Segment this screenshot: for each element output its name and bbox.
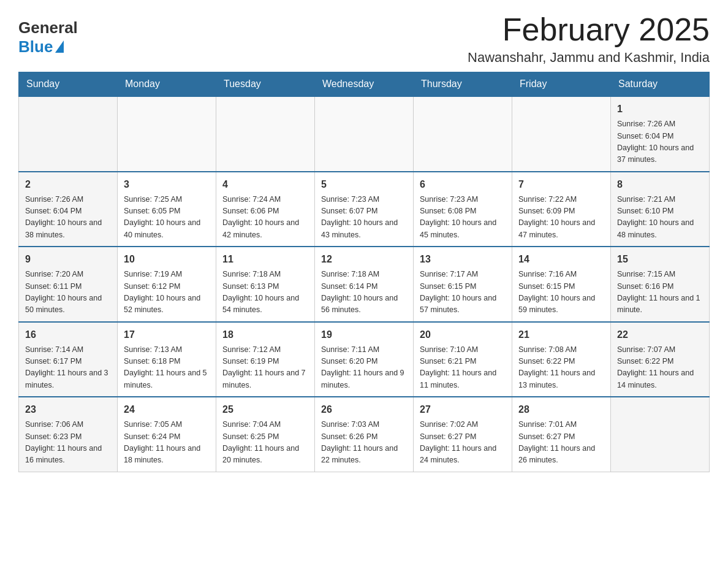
day-number: 7 [518, 177, 604, 192]
calendar-header-row: SundayMondayTuesdayWednesdayThursdayFrid… [19, 72, 710, 97]
calendar-cell: 3Sunrise: 7:25 AM Sunset: 6:05 PM Daylig… [118, 172, 216, 247]
calendar-cell: 25Sunrise: 7:04 AM Sunset: 6:25 PM Dayli… [216, 397, 315, 472]
day-info: Sunrise: 7:16 AM Sunset: 6:15 PM Dayligh… [518, 269, 604, 316]
calendar-week-5: 23Sunrise: 7:06 AM Sunset: 6:23 PM Dayli… [19, 397, 710, 472]
calendar-cell [315, 96, 414, 172]
calendar-header-thursday: Thursday [414, 72, 512, 97]
day-number: 19 [321, 327, 407, 342]
calendar-cell: 11Sunrise: 7:18 AM Sunset: 6:13 PM Dayli… [216, 247, 315, 322]
calendar-cell: 13Sunrise: 7:17 AM Sunset: 6:15 PM Dayli… [414, 247, 512, 322]
calendar-cell: 20Sunrise: 7:10 AM Sunset: 6:21 PM Dayli… [414, 322, 512, 397]
day-number: 2 [25, 177, 111, 192]
day-info: Sunrise: 7:21 AM Sunset: 6:10 PM Dayligh… [617, 194, 703, 242]
day-number: 9 [25, 252, 111, 267]
day-number: 20 [420, 327, 506, 342]
day-info: Sunrise: 7:17 AM Sunset: 6:15 PM Dayligh… [420, 269, 506, 316]
calendar-cell: 1Sunrise: 7:26 AM Sunset: 6:04 PM Daylig… [611, 96, 710, 172]
day-number: 16 [25, 327, 111, 342]
calendar-header-sunday: Sunday [19, 72, 118, 97]
logo-triangle-icon [55, 40, 64, 53]
day-info: Sunrise: 7:14 AM Sunset: 6:17 PM Dayligh… [25, 344, 111, 392]
day-info: Sunrise: 7:02 AM Sunset: 6:27 PM Dayligh… [420, 419, 506, 467]
calendar-cell: 28Sunrise: 7:01 AM Sunset: 6:27 PM Dayli… [512, 397, 611, 472]
day-info: Sunrise: 7:15 AM Sunset: 6:16 PM Dayligh… [617, 269, 703, 316]
day-info: Sunrise: 7:18 AM Sunset: 6:13 PM Dayligh… [222, 269, 308, 316]
day-number: 1 [617, 102, 703, 117]
day-info: Sunrise: 7:24 AM Sunset: 6:06 PM Dayligh… [222, 194, 308, 242]
day-number: 17 [124, 327, 210, 342]
calendar-cell: 22Sunrise: 7:07 AM Sunset: 6:22 PM Dayli… [611, 322, 710, 397]
day-info: Sunrise: 7:03 AM Sunset: 6:26 PM Dayligh… [321, 419, 407, 467]
day-info: Sunrise: 7:12 AM Sunset: 6:19 PM Dayligh… [222, 344, 308, 392]
calendar-week-3: 9Sunrise: 7:20 AM Sunset: 6:11 PM Daylig… [19, 247, 710, 322]
logo: General Blue [18, 12, 78, 56]
day-number: 21 [518, 327, 604, 342]
calendar-header-wednesday: Wednesday [315, 72, 414, 97]
day-info: Sunrise: 7:05 AM Sunset: 6:24 PM Dayligh… [124, 419, 210, 467]
calendar-cell: 27Sunrise: 7:02 AM Sunset: 6:27 PM Dayli… [414, 397, 512, 472]
day-number: 8 [617, 177, 703, 192]
calendar-header-tuesday: Tuesday [216, 72, 315, 97]
day-number: 28 [518, 402, 604, 417]
calendar-cell: 2Sunrise: 7:26 AM Sunset: 6:04 PM Daylig… [19, 172, 118, 247]
calendar-week-2: 2Sunrise: 7:26 AM Sunset: 6:04 PM Daylig… [19, 172, 710, 247]
day-number: 3 [124, 177, 210, 192]
calendar-cell: 18Sunrise: 7:12 AM Sunset: 6:19 PM Dayli… [216, 322, 315, 397]
calendar-table: SundayMondayTuesdayWednesdayThursdayFrid… [18, 72, 710, 472]
day-number: 26 [321, 402, 407, 417]
day-info: Sunrise: 7:04 AM Sunset: 6:25 PM Dayligh… [222, 419, 308, 467]
day-info: Sunrise: 7:23 AM Sunset: 6:08 PM Dayligh… [420, 194, 506, 242]
day-info: Sunrise: 7:19 AM Sunset: 6:12 PM Dayligh… [124, 269, 210, 316]
calendar-cell: 10Sunrise: 7:19 AM Sunset: 6:12 PM Dayli… [118, 247, 216, 322]
calendar-header-monday: Monday [118, 72, 216, 97]
day-number: 22 [617, 327, 703, 342]
day-info: Sunrise: 7:13 AM Sunset: 6:18 PM Dayligh… [124, 344, 210, 392]
calendar-cell: 7Sunrise: 7:22 AM Sunset: 6:09 PM Daylig… [512, 172, 611, 247]
calendar-cell: 8Sunrise: 7:21 AM Sunset: 6:10 PM Daylig… [611, 172, 710, 247]
day-number: 6 [420, 177, 506, 192]
title-section: February 2025 Nawanshahr, Jammu and Kash… [468, 12, 710, 66]
day-info: Sunrise: 7:06 AM Sunset: 6:23 PM Dayligh… [25, 419, 111, 467]
day-number: 4 [222, 177, 308, 192]
day-number: 23 [25, 402, 111, 417]
calendar-cell [216, 96, 315, 172]
day-number: 24 [124, 402, 210, 417]
day-number: 25 [222, 402, 308, 417]
calendar-cell: 16Sunrise: 7:14 AM Sunset: 6:17 PM Dayli… [19, 322, 118, 397]
calendar-cell: 15Sunrise: 7:15 AM Sunset: 6:16 PM Dayli… [611, 247, 710, 322]
day-number: 18 [222, 327, 308, 342]
calendar-cell [118, 96, 216, 172]
calendar-cell: 4Sunrise: 7:24 AM Sunset: 6:06 PM Daylig… [216, 172, 315, 247]
calendar-cell: 23Sunrise: 7:06 AM Sunset: 6:23 PM Dayli… [19, 397, 118, 472]
calendar-cell: 9Sunrise: 7:20 AM Sunset: 6:11 PM Daylig… [19, 247, 118, 322]
day-info: Sunrise: 7:23 AM Sunset: 6:07 PM Dayligh… [321, 194, 407, 242]
day-number: 10 [124, 252, 210, 267]
location-title: Nawanshahr, Jammu and Kashmir, India [468, 50, 710, 66]
day-info: Sunrise: 7:10 AM Sunset: 6:21 PM Dayligh… [420, 344, 506, 392]
day-number: 12 [321, 252, 407, 267]
day-number: 11 [222, 252, 308, 267]
day-info: Sunrise: 7:11 AM Sunset: 6:20 PM Dayligh… [321, 344, 407, 392]
logo-general-text: General [18, 18, 78, 37]
calendar-cell [512, 96, 611, 172]
logo-blue-text: Blue [18, 37, 64, 56]
day-number: 13 [420, 252, 506, 267]
calendar-cell: 14Sunrise: 7:16 AM Sunset: 6:15 PM Dayli… [512, 247, 611, 322]
day-info: Sunrise: 7:22 AM Sunset: 6:09 PM Dayligh… [518, 194, 604, 242]
day-info: Sunrise: 7:20 AM Sunset: 6:11 PM Dayligh… [25, 269, 111, 316]
calendar-cell: 19Sunrise: 7:11 AM Sunset: 6:20 PM Dayli… [315, 322, 414, 397]
month-title: February 2025 [468, 12, 710, 47]
calendar-cell: 17Sunrise: 7:13 AM Sunset: 6:18 PM Dayli… [118, 322, 216, 397]
day-number: 14 [518, 252, 604, 267]
day-info: Sunrise: 7:26 AM Sunset: 6:04 PM Dayligh… [25, 194, 111, 242]
day-info: Sunrise: 7:07 AM Sunset: 6:22 PM Dayligh… [617, 344, 703, 392]
day-info: Sunrise: 7:18 AM Sunset: 6:14 PM Dayligh… [321, 269, 407, 316]
day-info: Sunrise: 7:08 AM Sunset: 6:22 PM Dayligh… [518, 344, 604, 392]
day-info: Sunrise: 7:26 AM Sunset: 6:04 PM Dayligh… [617, 118, 703, 166]
calendar-week-1: 1Sunrise: 7:26 AM Sunset: 6:04 PM Daylig… [19, 96, 710, 172]
day-number: 15 [617, 252, 703, 267]
page-header: General Blue February 2025 Nawanshahr, J… [18, 12, 710, 66]
day-info: Sunrise: 7:01 AM Sunset: 6:27 PM Dayligh… [518, 419, 604, 467]
calendar-cell: 26Sunrise: 7:03 AM Sunset: 6:26 PM Dayli… [315, 397, 414, 472]
calendar-cell [19, 96, 118, 172]
